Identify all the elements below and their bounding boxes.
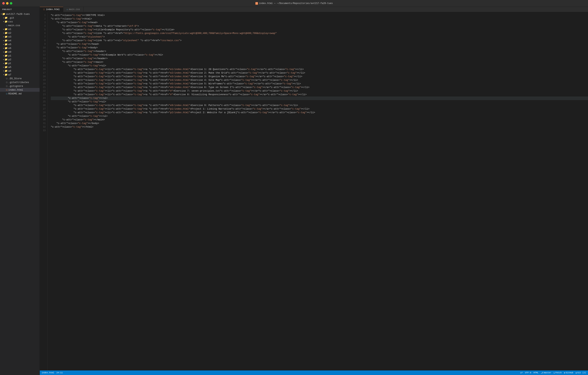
code-line: "c-attr">class="c-tag"><li>"c-attr">clas… [51, 71, 588, 75]
code-line: "c-attr">class="c-tag"><body> [51, 46, 588, 50]
code-line: "c-attr">class="c-tag"></ul> [51, 97, 588, 100]
status-git-changes[interactable]: ◈ Git (2) [576, 372, 586, 374]
chevron-right-icon [3, 32, 4, 34]
line-number: 23 [40, 93, 48, 97]
chevron-right-icon [3, 43, 4, 45]
sidebar-item-gitattributes[interactable]: ◻.gitattributes [0, 80, 40, 84]
code-line: "c-attr">class="c-tag"><li>"c-attr">clas… [51, 86, 588, 89]
ds-file-icon: ◻ [6, 77, 8, 80]
file-type-icon: ⬡ [255, 2, 258, 5]
sidebar-item-w5[interactable]: 📁w5 [0, 65, 40, 69]
github-icon: ⊛ [564, 372, 565, 374]
sidebar-item-css-folder[interactable]: 📁 css [0, 20, 40, 23]
sidebar-item-p2[interactable]: 📁p2 [0, 58, 40, 61]
line-number: 15 [40, 64, 48, 68]
code-line: "c-attr">rel="stylesheet"> [51, 35, 588, 39]
status-fetch[interactable]: ↻ Fetch [554, 372, 562, 374]
sidebar-item-git[interactable]: 📁 .git [0, 16, 40, 20]
sidebar-item-w6[interactable]: 📁w6 [0, 69, 40, 73]
html-file-icon: ◻ [6, 88, 8, 91]
folder-icon: 📁 [5, 54, 8, 57]
sidebar-item-e5[interactable]: 📁e5 [0, 43, 40, 46]
sidebar-item-e2[interactable]: 📁e2 [0, 31, 40, 35]
sidebar-item-index-html[interactable]: ◻index.html [0, 88, 40, 92]
status-charset[interactable]: UTF-8 [525, 372, 531, 374]
maximize-button[interactable] [10, 2, 12, 5]
status-encoding[interactable]: LF [520, 372, 523, 374]
line-number: 16 [40, 68, 48, 71]
sidebar-item-e3[interactable]: 📁e3 [0, 35, 40, 39]
sidebar-item-label: p1 [8, 55, 11, 57]
line-number: 33 [40, 129, 48, 132]
sidebar: Project 📁 avt217-fa20-tues 📁 .git 📁 css … [0, 7, 40, 375]
code-line: "c-attr">class="c-tag"><li>"c-attr">clas… [51, 68, 588, 71]
sidebar-item-root[interactable]: 📁 avt217-fa20-tues [0, 12, 40, 16]
status-position-label: 24:11 [56, 372, 63, 374]
line-number: 26 [40, 104, 48, 107]
line-number: 32 [40, 125, 48, 129]
minimize-button[interactable] [6, 2, 9, 5]
app-body: Project 📁 avt217-fa20-tues 📁 .git 📁 css … [0, 7, 588, 375]
status-file[interactable]: index.html [42, 372, 54, 374]
status-fetch-label: Fetch [556, 372, 562, 374]
code-line: "c-attr">class="c-tag"></head> [51, 43, 588, 46]
sidebar-item-label: .git [8, 16, 14, 19]
editor-area: ⬡ index.html ◻ main.css 1234567891011121… [40, 7, 588, 375]
chevron-right-icon [3, 66, 4, 68]
code-line: "c-attr">class="c-tag"><head> [51, 21, 588, 24]
sidebar-item-w7[interactable]: 📁 w7 [0, 73, 40, 77]
status-file-label: index.html [42, 372, 54, 374]
sidebar-item-ds-store[interactable]: ◻.DS_Store [0, 77, 40, 80]
sidebar-item-e9[interactable]: 📁e9 [0, 50, 40, 54]
line-number: 13 [40, 57, 48, 60]
sidebar-item-label: w5 [8, 66, 11, 69]
status-github[interactable]: ⊛ GitHub [564, 372, 573, 374]
close-button[interactable] [2, 2, 5, 5]
status-language-label: HTML [534, 372, 538, 374]
line-number: 4 [40, 24, 48, 28]
tab-index-html[interactable]: ⬡ index.html [40, 7, 63, 12]
status-language[interactable]: HTML [534, 372, 538, 374]
folder-icon: 📁 [5, 50, 8, 54]
code-line: "c-attr">class="c-tag"></header> [51, 57, 588, 60]
code-content[interactable]: "c-attr">class="c-tag"><!DOCTYPE html>"c… [48, 12, 588, 370]
sidebar-item-readme[interactable]: ◻README.md [0, 92, 40, 96]
code-line: "c-attr">class="c-tag"><h1>Example Work"… [51, 53, 588, 57]
refresh-icon: ↻ [554, 372, 555, 374]
html-tab-icon: ⬡ [43, 8, 45, 11]
status-position[interactable]: 24:11 [56, 372, 63, 374]
sidebar-item-e6[interactable]: 📁e6 [0, 46, 40, 50]
code-line: "c-attr">class="c-tag"></html> [51, 125, 588, 129]
code-line: "c-attr">class="c-tag"><html> [51, 17, 588, 21]
sidebar-item-main-css[interactable]: ◻ main.css [0, 23, 40, 27]
code-line: "c-attr">class="c-tag"><li>"c-attr">clas… [51, 82, 588, 86]
code-line: "c-attr">class="c-tag"><header> [51, 50, 588, 53]
sidebar-item-e4[interactable]: 📁e4 [0, 39, 40, 43]
sidebar-item-label: main.css [8, 24, 20, 27]
code-editor[interactable]: 1234567891011121314151617181920212223242… [40, 12, 588, 370]
folder-icon: 📁 [5, 43, 8, 46]
code-line: "c-attr">class="c-tag"><ul> [51, 64, 588, 68]
sidebar-item-label: css [8, 20, 13, 23]
tab-main-css[interactable]: ◻ main.css [63, 7, 84, 12]
sidebar-item-pt[interactable]: 📁pt [0, 61, 40, 65]
line-number: 3 [40, 21, 48, 24]
line-number: 20 [40, 82, 48, 86]
code-line: "c-attr">class="c-tag"><li>"c-attr">clas… [51, 104, 588, 107]
sidebar-item-label: e3 [8, 35, 11, 38]
line-number: 6 [40, 32, 48, 35]
code-line: "c-attr">class="c-tag"></ul> [51, 114, 588, 118]
status-left: index.html 24:11 [42, 372, 63, 374]
sidebar-item-gitignore[interactable]: ◻.gitignore [0, 84, 40, 88]
tabs-bar: ⬡ index.html ◻ main.css [40, 7, 588, 12]
line-number: 30 [40, 118, 48, 122]
sidebar-item-label: .gitattributes [8, 81, 29, 84]
status-branch[interactable]: ⎇ master [541, 372, 551, 374]
sidebar-item-e1[interactable]: 📁e1 [0, 27, 40, 31]
line-number: 12 [40, 53, 48, 57]
chevron-right-icon [3, 70, 4, 72]
sidebar-item-label: index.html [8, 88, 23, 91]
sidebar-item-p1[interactable]: 📁p1 [0, 54, 40, 58]
folder-icon: 📁 [5, 20, 8, 23]
line-number: 25 [40, 100, 48, 104]
